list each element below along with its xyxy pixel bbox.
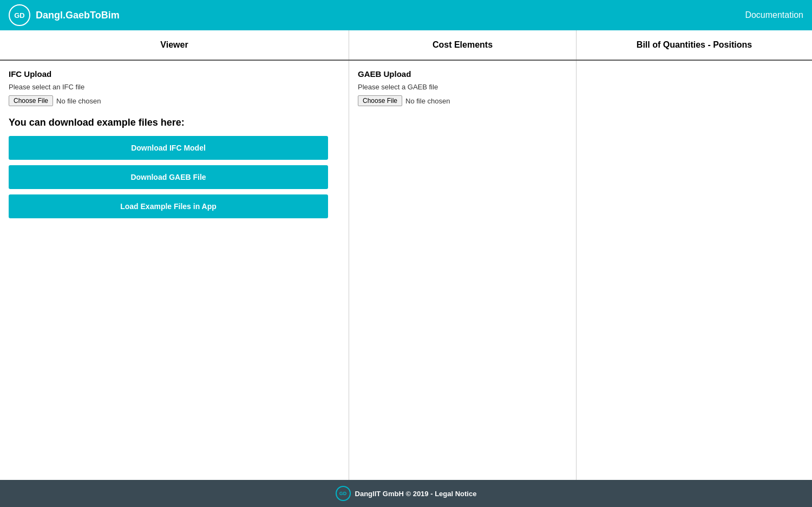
logo-label: Dangl.	[36, 10, 66, 21]
footer-text-prefix: Dangl	[355, 490, 375, 498]
gaeb-panel: GAEB Upload Please select a GAEB file Ch…	[349, 61, 577, 480]
logo-circle: GD	[9, 4, 30, 26]
footer-text-bold: IT	[375, 490, 381, 498]
app-header: GD Dangl.GaebToBim Documentation	[0, 0, 812, 30]
download-section-title: You can download example files here:	[9, 117, 340, 128]
ifc-choose-file-button[interactable]: Choose File	[9, 95, 53, 106]
logo-initials: GD	[14, 11, 25, 20]
documentation-link[interactable]: Documentation	[745, 10, 803, 20]
header-logo: GD Dangl.GaebToBim	[9, 4, 120, 26]
footer-logo-initials: GD	[339, 491, 347, 496]
header-nav: Documentation	[745, 10, 803, 20]
viewer-column-header: Viewer	[0, 30, 349, 60]
ifc-file-input-row: Choose File No file chosen	[9, 95, 340, 106]
boq-column-header: Bill of Quantities - Positions	[577, 30, 812, 60]
gaeb-no-file-label: No file chosen	[405, 97, 450, 105]
load-example-button[interactable]: Load Example Files in App	[9, 194, 328, 218]
main-content: IFC Upload Please select an IFC file Cho…	[0, 61, 812, 480]
app-title: Dangl.GaebToBim	[36, 10, 120, 21]
ifc-no-file-label: No file chosen	[56, 97, 101, 105]
footer-text: DanglIT GmbH © 2019 - Legal Notice	[355, 490, 477, 498]
boq-panel	[577, 61, 812, 480]
gaeb-file-input-row: Choose File No file chosen	[358, 95, 567, 106]
ifc-upload-title: IFC Upload	[9, 69, 340, 79]
logo-bold: GaebToBim	[66, 10, 120, 21]
download-ifc-button[interactable]: Download IFC Model	[9, 136, 328, 160]
app-footer: GD DanglIT GmbH © 2019 - Legal Notice	[0, 480, 812, 507]
gaeb-upload-title: GAEB Upload	[358, 69, 567, 79]
viewer-panel: IFC Upload Please select an IFC file Cho…	[0, 61, 349, 480]
footer-logo-circle: GD	[336, 486, 351, 501]
download-gaeb-button[interactable]: Download GAEB File	[9, 165, 328, 189]
gaeb-choose-file-button[interactable]: Choose File	[358, 95, 402, 106]
footer-text-suffix: GmbH © 2019 - Legal Notice	[381, 490, 476, 498]
ifc-upload-description: Please select an IFC file	[9, 83, 340, 91]
cost-elements-column-header: Cost Elements	[349, 30, 577, 60]
column-headers: Viewer Cost Elements Bill of Quantities …	[0, 30, 812, 61]
gaeb-upload-description: Please select a GAEB file	[358, 83, 567, 91]
